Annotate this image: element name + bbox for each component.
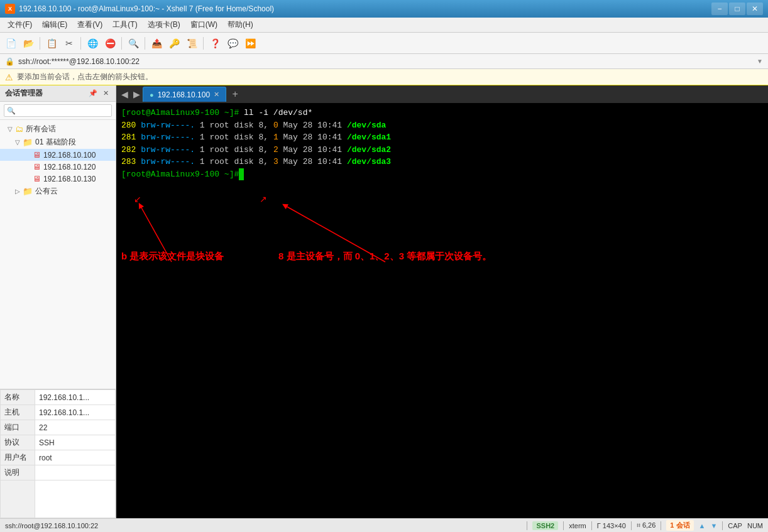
annotation-arrow-left: ↙ [134,193,141,206]
menu-edit[interactable]: 编辑(E) [37,18,72,32]
status-sep6 [722,521,723,530]
toggle-icon: ▷ [13,188,23,195]
sidebar-item-basics[interactable]: ▽ 📁 01 基础阶段 [0,136,116,149]
major4: 3 [273,157,278,166]
annotation-area: ↙ ↗ [121,193,763,306]
search-box[interactable]: 🔍 [4,104,112,117]
info-bar: ⚠ 要添加当前会话，点击左侧的箭头按钮。 [0,69,768,85]
title-text: 192.168.10.100 - root@AlmaLinux9-100:~ -… [19,4,274,13]
close-button[interactable]: ✕ [747,3,763,15]
prop-value-port: 22 [35,420,116,435]
toolbar-sep-2 [80,37,81,50]
sidebar-item-host130[interactable]: 🖥 192.168.10.130 [0,173,116,185]
date4: May 28 10:41 [278,157,347,166]
session-icon: 🖥 [33,162,41,171]
toolbar-cut[interactable]: ✂ [61,35,77,52]
inode2: 281 [121,133,136,142]
terminal[interactable]: [root@AlmaLinux9-100 ~]# ll -i /dev/sd* … [116,103,768,518]
info2: 1 root disk 8, [200,133,273,142]
tab-close-icon[interactable]: ✕ [214,90,219,99]
toolbar-open[interactable]: 📂 [20,35,36,52]
status-size-value: 143×40 [603,522,626,529]
inode1: 280 [121,121,136,130]
tree-label: 192.168.10.120 [43,163,96,171]
tab-item-host100[interactable]: ● 192.168.10.100 ✕ [143,87,226,102]
date2: May 28 10:41 [278,133,347,142]
sidebar-item-host120[interactable]: 🖥 192.168.10.120 [0,161,116,173]
sidebar-controls: 📌 ✕ [88,89,111,99]
toolbar-disconnect[interactable]: ⛔ [102,35,118,52]
tab-nav-right[interactable]: ▶ [131,89,143,99]
menu-help[interactable]: 帮助(H) [222,18,258,32]
sidebar-header: 会话管理器 📌 ✕ [0,85,116,102]
tree-label: 192.168.10.130 [43,175,96,183]
toolbar-copy[interactable]: 📋 [43,35,60,52]
status-down-arrow[interactable]: ▼ [710,522,717,529]
toolbar-connect[interactable]: 🌐 [84,35,101,52]
terminal-line4: 283 brw-rw----. 1 root disk 8, 3 May 28 … [121,156,763,168]
prop-value-protocol: SSH [35,435,116,450]
menu-file[interactable]: 文件(F) [3,18,37,32]
prop-value-desc [35,465,116,480]
toolbar-chat[interactable]: 💬 [224,35,241,52]
info-text: 要添加当前会话，点击左侧的箭头按钮。 [17,72,153,82]
folder-icon: 🗂 [15,124,23,134]
menu-tabs[interactable]: 选项卡(B) [143,18,185,32]
status-sessions[interactable]: 1 会话 [666,520,693,531]
status-sep2 [563,521,564,530]
prop-label-username: 用户名 [1,450,35,465]
toolbar-sftp[interactable]: 📤 [148,35,165,52]
prop-label-port: 端口 [1,420,35,435]
window-controls: − □ ✕ [711,3,763,15]
prompt2: [root@AlmaLinux9-100 ~]# [121,170,239,179]
toolbar-sep-3 [121,37,122,50]
prop-row-host: 主机 192.168.10.1... [1,405,116,420]
menu-window[interactable]: 窗口(W) [185,18,222,32]
address-expand[interactable]: ▼ [757,58,763,65]
toolbar-new[interactable]: 📄 [3,35,19,52]
prop-value-host: 192.168.10.1... [35,405,116,420]
terminal-line3: 282 brw-rw----. 1 root disk 8, 2 May 28 … [121,144,763,156]
inode3: 282 [121,145,136,155]
terminal-area: ◀ ▶ ● 192.168.10.100 ✕ + [root@AlmaLinux… [116,85,768,518]
toolbar-script[interactable]: 📜 [184,35,200,52]
annotation-text1: b 是表示该文件是块设备 [121,249,224,264]
menu-tools[interactable]: 工具(T) [107,18,142,32]
sidebar-item-all-sessions[interactable]: ▽ 🗂 所有会话 [0,122,116,136]
maximize-button[interactable]: □ [729,3,745,15]
annotation-arrow-right: ↗ [260,193,267,206]
toolbar-sep-5 [203,37,204,50]
minimize-button[interactable]: − [711,3,728,15]
dev2: /dev/sda1 [347,133,391,142]
tab-nav-left[interactable]: ◀ [119,89,131,99]
warning-icon: ⚠ [5,72,13,82]
toolbar-key[interactable]: 🔑 [166,35,182,52]
tree-label: 01 基础阶段 [35,137,76,148]
sidebar-close-btn[interactable]: ✕ [101,89,111,99]
sidebar-item-host100[interactable]: 🖥 192.168.10.100 [0,149,116,161]
session-icon: 🖥 [33,174,41,183]
toolbar-expand[interactable]: ⏩ [242,35,258,52]
status-sep1 [527,521,527,530]
status-sep4 [631,521,632,530]
title-bar-left: X 192.168.10.100 - root@AlmaLinux9-100:~… [5,4,274,14]
tab-bar: ◀ ▶ ● 192.168.10.100 ✕ + [116,85,768,103]
properties-panel: 名称 192.168.10.1... 主机 192.168.10.1... 端口… [0,389,116,518]
toolbar-sep-1 [40,37,40,50]
app-icon: X [5,4,15,14]
session-icon: 🖥 [33,150,41,160]
menu-view[interactable]: 查看(V) [72,18,107,32]
lock-icon: 🔒 [5,57,14,66]
date1: May 28 10:41 [278,121,347,130]
search-icon: 🔍 [7,107,16,115]
status-up-arrow[interactable]: ▲ [699,522,706,529]
tab-add-button[interactable]: + [228,87,243,102]
sidebar-pin[interactable]: 📌 [88,89,98,99]
status-term: xterm [569,522,586,529]
toolbar-search[interactable]: 🔍 [125,35,141,52]
menu-bar: 文件(F) 编辑(E) 查看(V) 工具(T) 选项卡(B) 窗口(W) 帮助(… [0,18,768,33]
toolbar-help[interactable]: ❓ [207,35,223,52]
prop-row-port: 端口 22 [1,420,116,435]
dev4: /dev/sda3 [347,157,391,166]
sidebar-item-cloud[interactable]: ▷ 📁 公有云 [0,185,116,198]
